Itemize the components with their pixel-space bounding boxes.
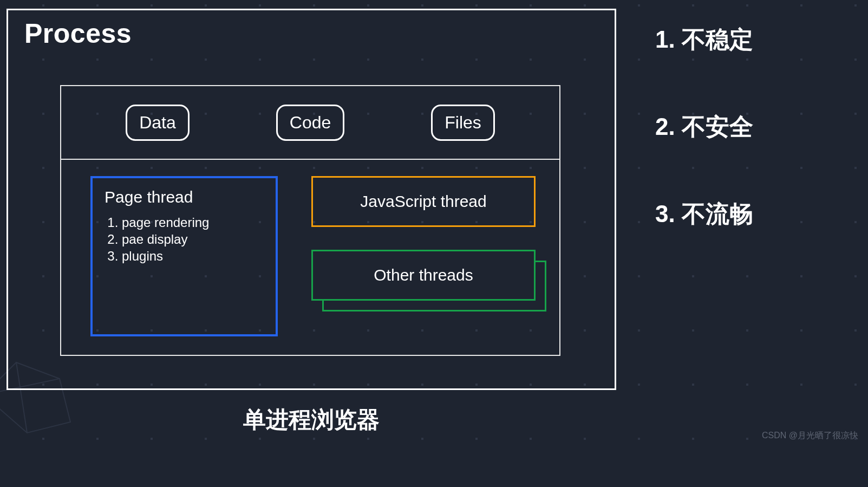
process-box: Process Data Code Files Page thread page… <box>6 9 616 390</box>
resource-pill-code: Code <box>276 105 345 141</box>
resource-pill-files: Files <box>431 105 495 141</box>
page-thread-box: Page thread page rendering pae display p… <box>90 176 278 336</box>
problems-list: 1. 不稳定 2. 不安全 3. 不流畅 <box>655 24 861 230</box>
diagram-caption: 单进程浏览器 <box>6 405 616 435</box>
problem-item-2: 2. 不安全 <box>655 111 861 143</box>
problem-item-1: 1. 不稳定 <box>655 24 861 56</box>
process-title: Process <box>24 18 132 49</box>
resource-row: Data Code Files <box>61 86 559 160</box>
process-inner-box: Data Code Files Page thread page renderi… <box>60 85 560 356</box>
page-thread-item: plugins <box>122 248 264 264</box>
js-thread-box: JavaScript thread <box>311 176 536 227</box>
watermark: CSDN @月光晒了很凉快 <box>762 430 858 441</box>
page-thread-list: page rendering pae display plugins <box>105 214 264 265</box>
page-thread-item: page rendering <box>122 214 264 231</box>
threads-area: Page thread page rendering pae display p… <box>61 160 559 355</box>
resource-pill-data: Data <box>126 105 190 141</box>
problem-item-3: 3. 不流畅 <box>655 198 861 230</box>
page-thread-title: Page thread <box>105 188 264 206</box>
other-threads-box: Other threads <box>311 250 536 301</box>
page-thread-item: pae display <box>122 231 264 248</box>
